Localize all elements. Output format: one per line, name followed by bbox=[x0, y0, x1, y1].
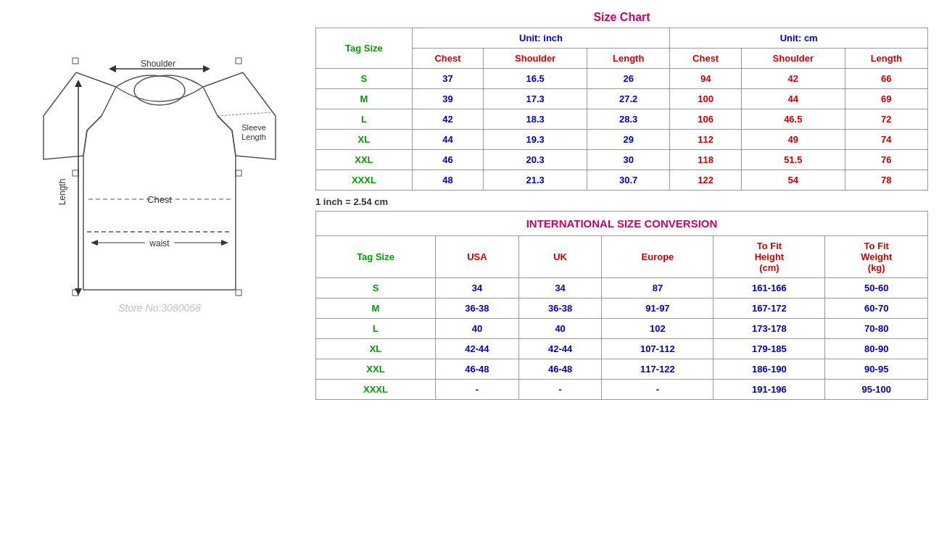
conv-col-europe: Europe bbox=[602, 236, 713, 278]
svg-rect-9 bbox=[236, 170, 241, 176]
conv-uk-cell: - bbox=[518, 380, 602, 400]
svg-marker-24 bbox=[91, 240, 98, 246]
unit-cm-header: Unit: cm bbox=[670, 28, 928, 49]
length-cm-cell: 72 bbox=[845, 109, 927, 130]
conv-uk-cell: 34 bbox=[518, 278, 602, 298]
col-shoulder-in: Shoulder bbox=[484, 49, 587, 69]
svg-text:Length: Length bbox=[57, 179, 67, 206]
unit-inch-header: Unit: inch bbox=[412, 28, 670, 49]
chest-inch-cell: 42 bbox=[412, 109, 484, 130]
svg-rect-6 bbox=[73, 170, 78, 176]
svg-marker-13 bbox=[203, 65, 210, 72]
conv-usa-cell: 42-44 bbox=[436, 339, 519, 359]
table-row: XXL 46 20.3 30 118 51.5 76 bbox=[316, 150, 928, 170]
chest-cm-cell: 94 bbox=[670, 69, 742, 89]
length-inch-cell: 28.3 bbox=[587, 109, 670, 130]
tag-size-cell: M bbox=[316, 89, 413, 109]
conv-height-cell: 186-190 bbox=[713, 359, 825, 380]
conv-height-cell: 191-196 bbox=[713, 380, 825, 400]
conv-tag-cell: L bbox=[316, 319, 436, 339]
conv-height-cell: 161-166 bbox=[713, 278, 825, 298]
shoulder-inch-cell: 20.3 bbox=[484, 150, 587, 170]
svg-marker-17 bbox=[75, 288, 82, 296]
table-row: L 40 40 102 173-178 70-80 bbox=[316, 319, 928, 339]
length-inch-cell: 26 bbox=[587, 69, 670, 89]
conv-height-cell: 167-172 bbox=[713, 298, 825, 319]
shoulder-inch-cell: 21.3 bbox=[484, 170, 587, 191]
chest-inch-cell: 44 bbox=[412, 130, 484, 150]
shoulder-inch-cell: 19.3 bbox=[484, 130, 587, 150]
conv-usa-cell: 40 bbox=[436, 319, 519, 339]
size-chart-table: Tag Size Unit: inch Unit: cm Chest Shoul… bbox=[315, 28, 928, 191]
col-chest-cm: Chest bbox=[670, 49, 742, 69]
length-cm-cell: 76 bbox=[845, 150, 927, 170]
table-row: M 39 17.3 27.2 100 44 69 bbox=[316, 89, 928, 109]
col-length-cm: Length bbox=[845, 49, 927, 69]
length-inch-cell: 27.2 bbox=[587, 89, 670, 109]
table-row: XL 42-44 42-44 107-112 179-185 80-90 bbox=[316, 339, 928, 359]
conv-col-uk: UK bbox=[518, 236, 602, 278]
conv-europe-cell: 102 bbox=[602, 319, 713, 339]
conversion-title: INTERNATIONAL SIZE CONVERSION bbox=[316, 212, 928, 236]
conv-weight-cell: 70-80 bbox=[825, 319, 928, 339]
conv-usa-cell: - bbox=[436, 380, 519, 400]
inch-note: 1 inch = 2.54 cm bbox=[315, 196, 928, 207]
length-inch-cell: 30 bbox=[587, 150, 670, 170]
chest-inch-cell: 37 bbox=[412, 69, 484, 89]
shoulder-cm-cell: 44 bbox=[741, 89, 845, 109]
tshirt-svg: Shoulder Length Chest waist Sleeve Lengt… bbox=[29, 14, 290, 340]
table-row: M 36-38 36-38 91-97 167-172 60-70 bbox=[316, 298, 928, 319]
conv-europe-cell: 87 bbox=[602, 278, 713, 298]
conv-col-weight: To FitWeight(kg) bbox=[825, 236, 928, 278]
table-row: XXXL - - - 191-196 95-100 bbox=[316, 380, 928, 400]
col-chest-in: Chest bbox=[412, 49, 484, 69]
conv-col-height: To FitHeight(cm) bbox=[713, 236, 825, 278]
conv-col-usa: USA bbox=[436, 236, 519, 278]
conv-tag-cell: S bbox=[316, 278, 436, 298]
conv-weight-cell: 50-60 bbox=[825, 278, 928, 298]
shoulder-cm-cell: 42 bbox=[741, 69, 845, 89]
shoulder-inch-cell: 17.3 bbox=[484, 89, 587, 109]
svg-marker-12 bbox=[109, 65, 116, 72]
svg-marker-25 bbox=[221, 240, 228, 246]
conv-usa-cell: 46-48 bbox=[436, 359, 519, 380]
conv-europe-cell: 107-112 bbox=[602, 339, 713, 359]
svg-text:waist: waist bbox=[149, 238, 170, 248]
tag-size-cell: L bbox=[316, 109, 413, 130]
svg-line-4 bbox=[218, 112, 272, 116]
shoulder-cm-cell: 46.5 bbox=[741, 109, 845, 130]
conv-weight-cell: 95-100 bbox=[825, 380, 928, 400]
chest-cm-cell: 106 bbox=[670, 109, 742, 130]
svg-line-2 bbox=[203, 72, 243, 87]
svg-point-0 bbox=[134, 76, 185, 105]
tag-size-cell: S bbox=[316, 69, 413, 89]
chest-cm-cell: 118 bbox=[670, 150, 742, 170]
size-chart-panel: Size Chart Tag Size Unit: inch Unit: cm … bbox=[312, 7, 932, 409]
conv-tag-cell: M bbox=[316, 298, 436, 319]
conv-europe-cell: 117-122 bbox=[602, 359, 713, 380]
conversion-table: INTERNATIONAL SIZE CONVERSION Tag Size U… bbox=[315, 211, 928, 400]
conv-uk-cell: 42-44 bbox=[518, 339, 602, 359]
tag-size-header: Tag Size bbox=[316, 28, 413, 69]
chest-cm-cell: 100 bbox=[670, 89, 742, 109]
conv-weight-cell: 80-90 bbox=[825, 339, 928, 359]
chest-cm-cell: 112 bbox=[670, 130, 742, 150]
length-cm-cell: 66 bbox=[845, 69, 927, 89]
length-inch-cell: 30.7 bbox=[587, 170, 670, 191]
table-row: XXL 46-48 46-48 117-122 186-190 90-95 bbox=[316, 359, 928, 380]
conv-europe-cell: - bbox=[602, 380, 713, 400]
shoulder-cm-cell: 51.5 bbox=[741, 150, 845, 170]
table-row: XL 44 19.3 29 112 49 74 bbox=[316, 130, 928, 150]
length-inch-cell: 29 bbox=[587, 130, 670, 150]
conv-tag-cell: XL bbox=[316, 339, 436, 359]
conv-tag-size-header: Tag Size bbox=[316, 236, 436, 278]
table-row: S 34 34 87 161-166 50-60 bbox=[316, 278, 928, 298]
conv-usa-cell: 36-38 bbox=[436, 298, 519, 319]
conv-weight-cell: 90-95 bbox=[825, 359, 928, 380]
length-cm-cell: 78 bbox=[845, 170, 927, 191]
svg-text:Store No:3080068: Store No:3080068 bbox=[118, 302, 201, 314]
chest-inch-cell: 46 bbox=[412, 150, 484, 170]
conv-height-cell: 179-185 bbox=[713, 339, 825, 359]
conv-usa-cell: 34 bbox=[436, 278, 519, 298]
shoulder-inch-cell: 18.3 bbox=[484, 109, 587, 130]
